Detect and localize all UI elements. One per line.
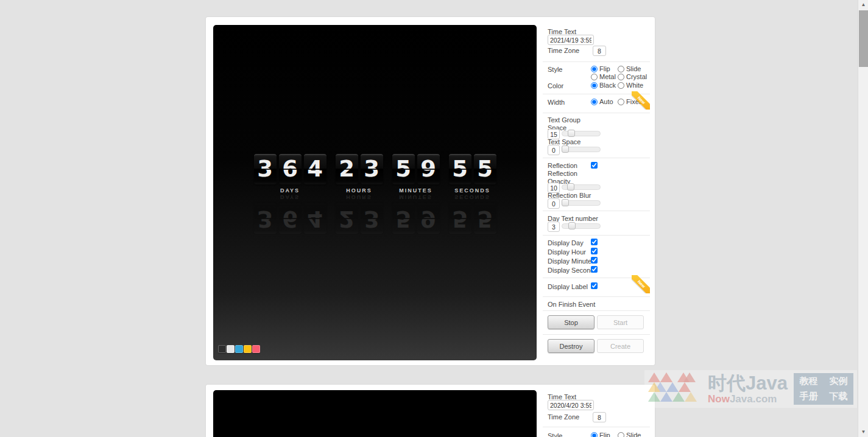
- flip-digit-reflection: 2: [336, 203, 358, 234]
- time-zone-label: Time Zone: [548, 47, 579, 55]
- slider-handle[interactable]: [562, 145, 569, 153]
- watermark-link-download[interactable]: 下载: [829, 391, 847, 402]
- color-white-radio[interactable]: White: [618, 82, 643, 89]
- time-zone-input[interactable]: [593, 412, 606, 422]
- divider: [543, 158, 650, 158]
- style-slide-text: Slide: [626, 432, 641, 437]
- flip-group-days: 3 6 4 DAYS: [254, 154, 326, 194]
- watermark-link-tutorial[interactable]: 教程: [799, 376, 817, 387]
- slider-handle[interactable]: [568, 222, 576, 229]
- style-label: Style: [548, 432, 562, 437]
- flip-label-reflection: MINUTES: [392, 194, 440, 200]
- style-metal-text: Metal: [599, 73, 616, 80]
- flip-clock-reflection: 3 6 4 DAYS 2 3 HOURS 5 9: [213, 194, 537, 234]
- demo-card-2: Time Text Time Zone Style Flip Slide: [206, 385, 655, 437]
- width-auto-radio[interactable]: Auto: [591, 98, 613, 105]
- text-space-input[interactable]: [548, 145, 560, 155]
- flip-clock-display: 3 6 4 DAYS 2 3 HOURS 5 9: [213, 25, 537, 360]
- flip-digit: 3: [361, 154, 383, 184]
- watermark-link-manual[interactable]: 手册: [799, 391, 817, 402]
- reflection-blur-slider[interactable]: [562, 200, 601, 206]
- flip-clock-display-2: [213, 390, 537, 437]
- flip-digit: 5: [392, 154, 415, 184]
- text-group-space-slider[interactable]: [562, 131, 601, 136]
- reflection-blur-input[interactable]: [548, 198, 560, 209]
- flip-digit: 5: [449, 154, 471, 184]
- divider: [543, 427, 650, 427]
- divider: [543, 61, 650, 62]
- slider-handle[interactable]: [568, 130, 575, 137]
- slider-handle[interactable]: [562, 199, 569, 206]
- nowjava-logo-icon: [648, 372, 702, 405]
- display-hour-checkbox[interactable]: [591, 248, 598, 254]
- color-black-radio[interactable]: Black: [591, 82, 616, 89]
- flip-digit-reflection: 5: [392, 203, 415, 234]
- flip-digit: 9: [417, 154, 440, 184]
- swatch-pink[interactable]: [252, 345, 260, 353]
- style-metal-radio[interactable]: Metal: [591, 73, 616, 80]
- width-fixed-radio[interactable]: Fixed: [618, 98, 643, 105]
- watermark-domain: Java.com: [730, 393, 777, 405]
- time-text-input[interactable]: [548, 35, 594, 45]
- watermark-links-box: 教程 实例 手册 下载: [794, 373, 853, 405]
- display-minute-checkbox[interactable]: [591, 257, 598, 264]
- display-minute-label: Display Minute: [548, 257, 591, 265]
- nowjava-text-block: 时代Java NowJava.com: [708, 374, 788, 405]
- style-crystal-text: Crystal: [626, 73, 647, 80]
- swatch-black[interactable]: [218, 345, 226, 353]
- reflection-checkbox[interactable]: [591, 162, 598, 169]
- divider: [543, 235, 650, 236]
- reflection-opacity-slider[interactable]: [562, 184, 601, 190]
- divider: [543, 310, 650, 311]
- slider-handle[interactable]: [567, 183, 574, 191]
- flip-group-label-seconds: SECONDS: [449, 187, 496, 194]
- swatch-blue[interactable]: [235, 345, 243, 353]
- vertical-scrollbar[interactable]: ▲ ▼: [858, 0, 868, 437]
- display-label-checkbox[interactable]: [591, 282, 598, 289]
- flip-digit: 4: [304, 154, 326, 184]
- flip-group-label-days: DAYS: [254, 187, 326, 194]
- swatch-white[interactable]: [227, 345, 235, 353]
- flip-digit-reflection: 3: [254, 203, 277, 234]
- style-flip-text: Flip: [599, 65, 610, 72]
- day-text-number-slider[interactable]: [562, 223, 601, 229]
- flip-digit-reflection: 5: [474, 203, 496, 234]
- watermark-link-examples[interactable]: 实例: [829, 376, 847, 387]
- settings-panel-1: Time Text Time Zone Style Flip Slide Met…: [543, 17, 650, 365]
- text-space-slider[interactable]: [562, 147, 601, 152]
- time-zone-input[interactable]: [593, 46, 606, 56]
- color-label: Color: [548, 82, 563, 90]
- watermark-now: Now: [708, 393, 730, 405]
- start-button[interactable]: Start: [597, 315, 644, 329]
- style-flip-radio[interactable]: Flip: [591, 432, 610, 437]
- display-hour-label: Display Hour: [548, 248, 586, 256]
- display-label-label: Display Label: [548, 283, 588, 291]
- style-flip-radio[interactable]: Flip: [591, 65, 610, 72]
- create-button[interactable]: Create: [597, 339, 644, 353]
- flip-group-hours: 2 3 HOURS: [336, 154, 383, 194]
- flip-digit-reflection: 6: [279, 203, 302, 234]
- time-text-input[interactable]: [548, 400, 594, 410]
- style-crystal-radio[interactable]: Crystal: [618, 73, 647, 80]
- watermark-title: 时代Java: [708, 374, 788, 393]
- style-slide-radio[interactable]: Slide: [618, 65, 641, 72]
- day-text-number-input[interactable]: [548, 222, 560, 232]
- divider: [543, 211, 650, 211]
- display-second-label: Display Second: [548, 267, 594, 274]
- demo-card-1: 3 6 4 DAYS 2 3 HOURS 5 9: [206, 17, 655, 365]
- width-label: Width: [548, 99, 565, 107]
- scrollbar-thumb[interactable]: [859, 10, 868, 67]
- style-slide-text: Slide: [626, 65, 641, 72]
- display-second-checkbox[interactable]: [591, 266, 598, 273]
- theme-swatches: [218, 345, 260, 353]
- flip-digit: 5: [474, 154, 496, 184]
- stop-button[interactable]: Stop: [548, 315, 595, 329]
- destroy-button[interactable]: Destroy: [548, 339, 595, 353]
- scroll-down-icon[interactable]: ▼: [858, 427, 868, 437]
- style-slide-radio[interactable]: Slide: [618, 432, 641, 437]
- swatch-yellow[interactable]: [244, 345, 252, 353]
- display-day-checkbox[interactable]: [591, 239, 598, 245]
- scroll-up-icon[interactable]: ▲: [858, 0, 868, 10]
- color-black-text: Black: [599, 82, 616, 89]
- time-zone-label: Time Zone: [548, 413, 579, 421]
